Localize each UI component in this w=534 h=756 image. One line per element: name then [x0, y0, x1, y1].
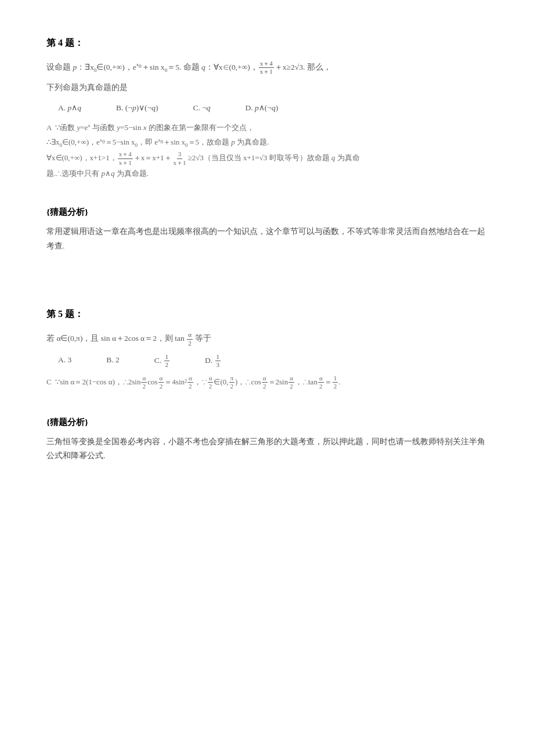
answer-4-line2: ∴∃x0∈(0,+∞)，ex0＝5−sin x0，即 ex0＋sin x0＝5，… — [46, 135, 488, 150]
problem-4-text: 设命题 p：∃x0∈(0,+∞)，ex0＋sin x0＝5. 命题 q：∀x∈(… — [46, 60, 488, 76]
choice-5d: D. 13 — [205, 353, 221, 369]
answer-5-line1: C ∵sin α＝2(1−cos α)，∴2sinα2cosα2＝4sin²α2… — [46, 375, 488, 390]
problem-5-title: 第 5 题： — [46, 306, 488, 323]
problem-4-answer: A ∵函数 y=ex 与函数 y=5−sin x 的图象在第一象限有一个交点， … — [46, 121, 488, 181]
problem-5-answer: C ∵sin α＝2(1−cos α)，∴2sinα2cosα2＝4sin²α2… — [46, 375, 488, 390]
problem-4-choices: A. p∧q B. (¬p)∨(¬q) C. ¬q D. p∧(¬q) — [58, 101, 488, 115]
problem-4-title: 第 4 题： — [46, 35, 488, 52]
answer-4-line3: ∀x∈(0,+∞)，x+1>1，x＋4x＋1＋x＝x+1＋3x＋1≥2√3（当且… — [46, 150, 488, 166]
choice-4a: A. p∧q — [58, 101, 81, 115]
choice-4d: D. p∧(¬q) — [246, 101, 279, 115]
cos-label: cos — [251, 377, 261, 386]
analysis-4-title: {猜题分析} — [46, 204, 488, 220]
answer-4-line1: A ∵函数 y=ex 与函数 y=5−sin x 的图象在第一象限有一个交点， — [46, 121, 488, 135]
choice-4c: C. ¬q — [193, 101, 210, 115]
problem-4-section: 第 4 题： 设命题 p：∃x0∈(0,+∞)，ex0＋sin x0＝5. 命题… — [46, 35, 488, 254]
choice-5a: A. 3 — [58, 353, 71, 369]
spacer-between — [46, 277, 488, 306]
choice-4b: B. (¬p)∨(¬q) — [116, 101, 158, 115]
divider-5 — [46, 402, 488, 403]
problem-4-subtext: 下列命题为真命题的是 — [46, 80, 488, 95]
analysis-5-text: 三角恒等变换是全国卷必考内容，小题不考也会穿插在解三角形的大题考查，所以押此题，… — [46, 435, 488, 464]
problem-5-choices: A. 3 B. 2 C. 12 D. 13 — [58, 353, 488, 369]
choice-5b: B. 2 — [106, 353, 120, 369]
analysis-4-text: 常用逻辑用语这一章在高考也是出现频率很高的一个知识点，这个章节可以与函数，不等式… — [46, 225, 488, 254]
choice-5c: C. 12 — [154, 353, 170, 369]
problem-5-text: 若 α∈(0,π)，且 sin α＋2cos α＝2，则 tan α2 等于 — [46, 331, 488, 347]
analysis-5-title: {猜题分析} — [46, 415, 488, 430]
divider-4 — [46, 192, 488, 193]
problem-5-section: 第 5 题： 若 α∈(0,π)，且 sin α＋2cos α＝2，则 tan … — [46, 306, 488, 463]
answer-4-line4: 题.∴选项中只有 p∧q 为真命题. — [46, 167, 488, 181]
